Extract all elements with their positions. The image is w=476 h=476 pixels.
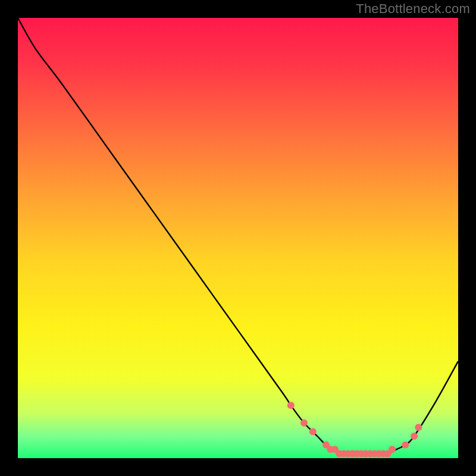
marker-dot xyxy=(415,424,422,431)
marker-dot xyxy=(389,446,396,453)
plot-area xyxy=(18,18,458,458)
marker-dot xyxy=(411,433,418,440)
watermark-text: TheBottleneck.com xyxy=(356,1,470,17)
bottleneck-curve xyxy=(18,18,458,454)
marker-dot xyxy=(287,402,295,409)
marker-dot xyxy=(402,441,409,449)
curve-layer xyxy=(18,18,458,458)
marker-dot xyxy=(300,419,308,427)
marker-dot xyxy=(309,428,317,436)
highlight-markers xyxy=(287,402,422,457)
chart-frame: TheBottleneck.com xyxy=(0,0,476,476)
